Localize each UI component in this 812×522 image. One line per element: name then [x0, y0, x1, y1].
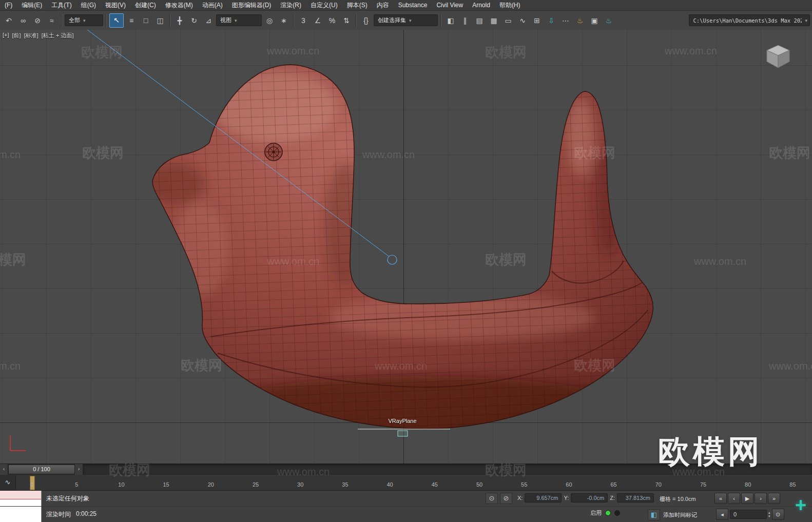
frame-spinner[interactable]: ▴ ▾: [768, 511, 770, 518]
rectangular-selection-region-icon[interactable]: □: [139, 14, 152, 27]
menu-tools[interactable]: 工具(T): [47, 0, 76, 10]
menu-arnold[interactable]: Arnold: [468, 0, 495, 10]
viewport-menu-pov[interactable]: [前]: [12, 32, 21, 40]
select-by-name-icon[interactable]: ≡: [125, 14, 138, 27]
named-selection-set-value: 创建选择集: [378, 16, 406, 24]
frame-back-button[interactable]: ◂: [716, 509, 728, 520]
x-label: X:: [517, 495, 523, 501]
percent-snap-toggle-icon[interactable]: %: [325, 14, 339, 27]
mirror-icon[interactable]: ◧: [444, 14, 457, 27]
bind-to-space-warp-icon[interactable]: ≈: [45, 14, 59, 27]
named-selection-set-dropdown[interactable]: 创建选择集 ▾: [374, 14, 438, 26]
time-tag-label[interactable]: 添加时间标记: [663, 511, 697, 519]
select-and-rotate-icon[interactable]: ↻: [187, 14, 201, 27]
state-sets-icon[interactable]: ⋯: [559, 14, 572, 27]
trackbar-tick: 10: [118, 481, 124, 488]
menu-help[interactable]: 帮助(H): [495, 0, 525, 10]
main-toolbar: ↶∞⊘≈ 全部 ▾ ↖≡□◫ ╋↻⊿ 视图 ▾ ◎∗ 3∠%⇅ {} 创建选择集…: [0, 11, 812, 30]
reference-coordinate-dropdown[interactable]: 视图 ▾: [216, 14, 262, 26]
isolate-selection-toggle-icon[interactable]: ⊙: [486, 493, 498, 504]
viewport-menu-shading[interactable]: [粘土 + 边面]: [42, 32, 74, 40]
open-mini-curve-editor-button[interactable]: ∿: [0, 475, 16, 490]
use-pivot-center-icon[interactable]: ◎: [263, 14, 276, 27]
time-slider-track[interactable]: [83, 464, 812, 475]
render-setup-icon[interactable]: ♨: [573, 14, 587, 27]
snap-toggle-3d-icon[interactable]: 3: [297, 14, 310, 27]
x-field[interactable]: 9.657cm: [525, 493, 562, 502]
menu-scripting[interactable]: 脚本(S): [342, 0, 372, 10]
spinner-snap-toggle-icon[interactable]: ⇅: [340, 14, 353, 27]
vrayplane-gizmo[interactable]: [358, 429, 450, 436]
teal-plus-button[interactable]: +: [791, 495, 810, 517]
time-slider-prev-button[interactable]: ‹: [0, 464, 8, 475]
menu-customize[interactable]: 自定义(U): [306, 0, 342, 10]
render-production-icon[interactable]: ♨: [602, 14, 615, 27]
download-arrow-icon[interactable]: ⇩: [545, 14, 558, 27]
key-mode-toggle-button[interactable]: ⊙: [772, 509, 784, 520]
3dsmax-window: (F)编辑(E)工具(T)组(G)视图(V)创建(C)修改器(M)动画(A)图形…: [0, 0, 812, 522]
select-and-scale-icon[interactable]: ⊿: [202, 14, 215, 27]
selection-filter-dropdown[interactable]: 全部 ▾: [65, 14, 103, 26]
select-and-link-icon[interactable]: ∞: [16, 14, 30, 27]
unlink-selection-icon[interactable]: ⊘: [31, 14, 44, 27]
angle-snap-toggle-icon[interactable]: ∠: [311, 14, 324, 27]
window-crossing-toggle-icon[interactable]: ◫: [153, 14, 167, 27]
select-and-move-icon[interactable]: ╋: [173, 14, 186, 27]
select-object-icon[interactable]: ↖: [109, 13, 124, 28]
track-bar[interactable]: ∿ 0510152025303540455055606570758085: [0, 475, 812, 491]
go-to-start-icon[interactable]: «: [714, 493, 727, 504]
menu-modifiers[interactable]: 修改器(M): [161, 0, 198, 10]
z-field[interactable]: 37.813cm: [617, 493, 654, 502]
toggle-scene-explorer-icon[interactable]: ▤: [473, 14, 486, 27]
toolbar-separator: [293, 14, 294, 27]
viewport-menu-general[interactable]: [+]: [3, 32, 9, 40]
enable-led-on[interactable]: [605, 510, 611, 516]
align-icon[interactable]: ∥: [458, 14, 472, 27]
trackbar-tick: 20: [208, 481, 214, 488]
menu-views[interactable]: 视图(V): [101, 0, 130, 10]
schematic-view-icon[interactable]: ⊞: [530, 14, 544, 27]
spinner-down-icon[interactable]: ▾: [768, 514, 770, 518]
toolbar-separator: [106, 14, 107, 27]
spinner-up-icon[interactable]: ▴: [768, 511, 770, 514]
menu-group[interactable]: 组(G): [76, 0, 101, 10]
toolbar-separator: [356, 14, 357, 27]
toggle-layer-explorer-icon[interactable]: ▦: [487, 14, 500, 27]
menu-civil-view[interactable]: Civil View: [432, 0, 468, 10]
duck-model[interactable]: [144, 65, 653, 448]
chevron-down-icon: ▾: [409, 18, 412, 23]
time-tag-cube-icon[interactable]: ◧: [648, 509, 660, 520]
viewcube[interactable]: [763, 44, 794, 71]
rendered-frame-window-icon[interactable]: ▣: [588, 14, 601, 27]
play-icon[interactable]: ▶: [741, 493, 753, 504]
y-field[interactable]: -0.0cm: [571, 493, 608, 502]
menu-content[interactable]: 内容: [372, 0, 394, 10]
previous-frame-icon[interactable]: ‹: [728, 493, 740, 504]
time-slider: ‹ 0 / 100 ›: [0, 463, 812, 475]
curve-editor-icon[interactable]: ∿: [516, 14, 529, 27]
go-to-end-icon[interactable]: »: [768, 493, 780, 504]
select-and-manipulate-icon[interactable]: ∗: [277, 14, 291, 27]
menu-rendering[interactable]: 渲染(R): [276, 0, 306, 10]
menu-graph-editors[interactable]: 图形编辑器(D): [227, 0, 276, 10]
menu-create[interactable]: 创建(C): [130, 0, 161, 10]
edit-named-selection-sets-icon[interactable]: {}: [359, 14, 373, 27]
toggle-ribbon-icon[interactable]: ▭: [501, 14, 515, 27]
viewport-menu-standard[interactable]: [标准]: [24, 32, 38, 40]
status-bar: 未选定任何对象 ⊙⊘ X: 9.657cm Y: -0.0cm Z: 37.81…: [0, 491, 812, 522]
viewport[interactable]: [+][前][标准][粘土 + 边面] VRayPlane: [0, 30, 812, 463]
enable-led-off[interactable]: [614, 510, 620, 516]
menu-animation[interactable]: 动画(A): [198, 0, 227, 10]
trackbar-tick: 35: [342, 481, 348, 488]
menu-edit[interactable]: 编辑(E): [17, 0, 47, 10]
current-frame-field[interactable]: 0: [730, 510, 767, 519]
project-folder-dropdown[interactable]: C:\Users\Han\Documents\3ds Max 2022 ▾: [689, 14, 810, 26]
time-slider-handle[interactable]: 0 / 100: [8, 465, 75, 474]
menu-substance[interactable]: Substance: [394, 0, 432, 10]
menu-file[interactable]: (F): [0, 0, 17, 10]
selection-lock-toggle-icon[interactable]: ⊘: [500, 493, 512, 504]
undo-icon[interactable]: ↶: [2, 14, 15, 27]
project-folder-path: C:\Users\Han\Documents\3ds Max 2022: [693, 17, 802, 24]
time-slider-next-button[interactable]: ›: [75, 464, 83, 475]
next-frame-icon[interactable]: ›: [755, 493, 767, 504]
